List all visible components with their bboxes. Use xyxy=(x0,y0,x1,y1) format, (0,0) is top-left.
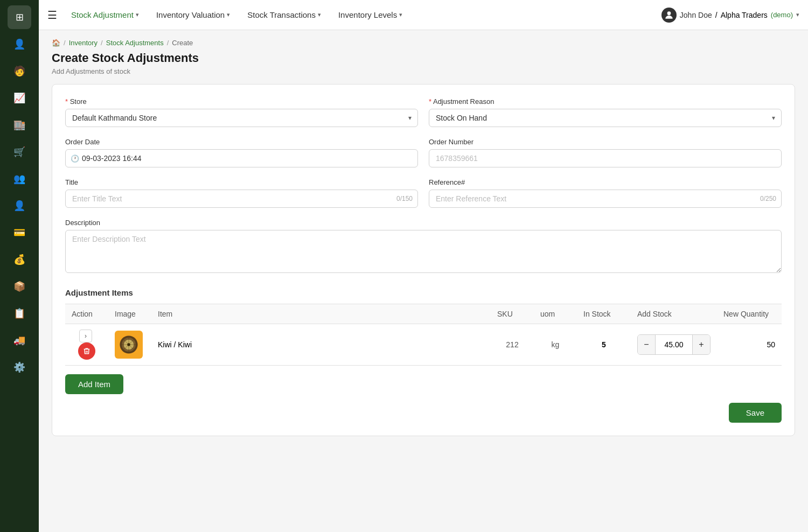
sidebar-icon-box[interactable]: 📦 xyxy=(8,275,31,298)
order-date-field-group: Order Date 🕐 xyxy=(65,138,418,167)
nav-item-stock-transactions[interactable]: Stock Transactions ▾ xyxy=(240,7,329,23)
order-date-wrapper: 🕐 xyxy=(65,149,418,167)
form-row-3: Title 0/150 Reference# 0/250 xyxy=(65,178,782,208)
chevron-down-icon: ▾ xyxy=(318,11,321,18)
form-card: Store Default Kathmandu Store Other Stor… xyxy=(52,84,795,436)
form-row-2: Order Date 🕐 Order Number xyxy=(65,138,782,167)
company-name: Alpha Traders xyxy=(721,11,768,19)
user-menu[interactable]: John Doe / Alpha Traders (demo) ▾ xyxy=(661,8,799,23)
row-instock: 5 xyxy=(577,324,631,366)
row-expand-button[interactable]: › xyxy=(79,330,92,342)
sidebar-icon-team[interactable]: 👥 xyxy=(8,167,31,191)
title-field-group: Title 0/150 xyxy=(65,178,418,208)
main-area: ☰ Stock Adjustment ▾ Inventory Valuation… xyxy=(39,0,808,532)
page-title: Create Stock Adjustments xyxy=(52,51,795,65)
order-number-input[interactable] xyxy=(429,149,782,167)
order-number-field-group: Order Number xyxy=(429,138,782,167)
delete-row-button[interactable] xyxy=(78,342,95,360)
th-uom: uom xyxy=(534,304,577,324)
th-addstock: Add Stock xyxy=(631,304,717,324)
row-uom: kg xyxy=(534,324,577,366)
chevron-down-icon: ▾ xyxy=(399,11,402,18)
qty-increment-button[interactable]: + xyxy=(693,335,710,354)
sidebar-icon-users[interactable]: 👤 xyxy=(8,32,31,56)
adjustment-reason-field-group: Adjustment Reason Stock On Hand Damaged … xyxy=(429,97,782,127)
reference-input-wrapper: 0/250 xyxy=(429,190,782,208)
qty-stepper: − + xyxy=(637,334,711,355)
store-field-group: Store Default Kathmandu Store Other Stor… xyxy=(65,97,418,127)
add-item-button[interactable]: Add Item xyxy=(65,374,123,394)
sidebar-icon-person[interactable]: 🧑 xyxy=(8,59,31,83)
nav-item-inventory-levels[interactable]: Inventory Levels ▾ xyxy=(331,7,410,23)
qty-input[interactable] xyxy=(655,335,693,354)
description-input[interactable] xyxy=(65,230,782,273)
sidebar-icon-person-settings[interactable]: 👤 xyxy=(8,194,31,218)
row-addstock-cell: − + xyxy=(631,324,717,366)
sidebar-icon-truck[interactable]: 🚚 xyxy=(8,328,31,352)
page-subtitle: Add Adjustments of stock xyxy=(52,67,795,75)
order-date-input[interactable] xyxy=(65,149,418,167)
home-icon[interactable]: 🏠 xyxy=(52,39,60,47)
user-separator: / xyxy=(715,11,718,19)
table-row: › xyxy=(65,324,782,366)
sidebar-icon-settings[interactable]: ⚙️ xyxy=(8,355,31,379)
sidebar-icon-dashboard[interactable]: ⊞ xyxy=(8,5,31,29)
order-date-label: Order Date xyxy=(65,138,418,146)
form-row-1: Store Default Kathmandu Store Other Stor… xyxy=(65,97,782,127)
user-avatar xyxy=(661,8,677,23)
qty-decrement-button[interactable]: − xyxy=(638,335,655,354)
sidebar-icon-wallet[interactable]: 💳 xyxy=(8,221,31,244)
breadcrumb-create: Create xyxy=(172,39,193,47)
th-instock: In Stock xyxy=(577,304,631,324)
adjustment-items-section: Adjustment Items Action Image Item SKU u… xyxy=(65,288,782,394)
breadcrumb-inventory[interactable]: Inventory xyxy=(69,39,97,47)
sidebar-icon-cart[interactable]: 🛒 xyxy=(8,140,31,164)
title-input-wrapper: 0/150 xyxy=(65,190,418,208)
breadcrumb-stock-adjustments[interactable]: Stock Adjustments xyxy=(106,39,164,47)
row-action-cell: › xyxy=(65,324,108,366)
adjustment-items-title: Adjustment Items xyxy=(65,288,782,297)
save-section: Save xyxy=(65,403,782,423)
order-number-label: Order Number xyxy=(429,138,782,146)
adjustment-reason-select-wrapper: Stock On Hand Damaged Lost Other ▾ xyxy=(429,109,782,127)
sidebar-icon-chart[interactable]: 📈 xyxy=(8,86,31,110)
row-newqty: 50 xyxy=(717,324,782,366)
reference-label: Reference# xyxy=(429,178,782,186)
sidebar: ⊞ 👤 🧑 📈 🏬 🛒 👥 👤 💳 💰 📦 📋 🚚 ⚙️ xyxy=(0,0,39,532)
top-nav: ☰ Stock Adjustment ▾ Inventory Valuation… xyxy=(39,0,808,30)
user-chevron-icon: ▾ xyxy=(796,11,799,18)
th-newqty: New Quantity xyxy=(717,304,782,324)
adjustment-reason-label: Adjustment Reason xyxy=(429,97,782,106)
reference-field-group: Reference# 0/250 xyxy=(429,178,782,208)
reference-input[interactable] xyxy=(429,190,782,208)
chevron-down-icon: ▾ xyxy=(136,11,139,18)
description-field-group: Description xyxy=(65,219,782,275)
save-button[interactable]: Save xyxy=(729,403,782,423)
adjustment-reason-select[interactable]: Stock On Hand Damaged Lost Other xyxy=(429,109,782,127)
svg-point-0 xyxy=(667,11,671,15)
item-image xyxy=(115,331,143,359)
store-select[interactable]: Default Kathmandu Store Other Store xyxy=(65,109,418,127)
row-item-name: Kiwi / Kiwi xyxy=(151,324,491,366)
title-input[interactable] xyxy=(65,190,418,208)
nav-item-stock-adjustment[interactable]: Stock Adjustment ▾ xyxy=(64,7,147,23)
th-sku: SKU xyxy=(491,304,534,324)
sidebar-icon-list[interactable]: 📋 xyxy=(8,302,31,325)
th-image: Image xyxy=(108,304,151,324)
demo-label: (demo) xyxy=(771,11,793,19)
row-image-cell xyxy=(108,324,151,366)
row-sku: 212 xyxy=(491,324,534,366)
th-item: Item xyxy=(151,304,491,324)
store-label: Store xyxy=(65,97,418,106)
title-label: Title xyxy=(65,178,418,186)
th-action: Action xyxy=(65,304,108,324)
items-table: Action Image Item SKU uom In Stock Add S… xyxy=(65,304,782,366)
description-label: Description xyxy=(65,219,782,227)
description-wrapper xyxy=(65,230,782,275)
store-select-wrapper: Default Kathmandu Store Other Store ▾ xyxy=(65,109,418,127)
hamburger-icon[interactable]: ☰ xyxy=(47,9,57,22)
sidebar-icon-dollar[interactable]: 💰 xyxy=(8,248,31,271)
breadcrumb: 🏠 / Inventory / Stock Adjustments / Crea… xyxy=(52,39,795,47)
sidebar-icon-store[interactable]: 🏬 xyxy=(8,113,31,137)
nav-item-inventory-valuation[interactable]: Inventory Valuation ▾ xyxy=(149,7,238,23)
